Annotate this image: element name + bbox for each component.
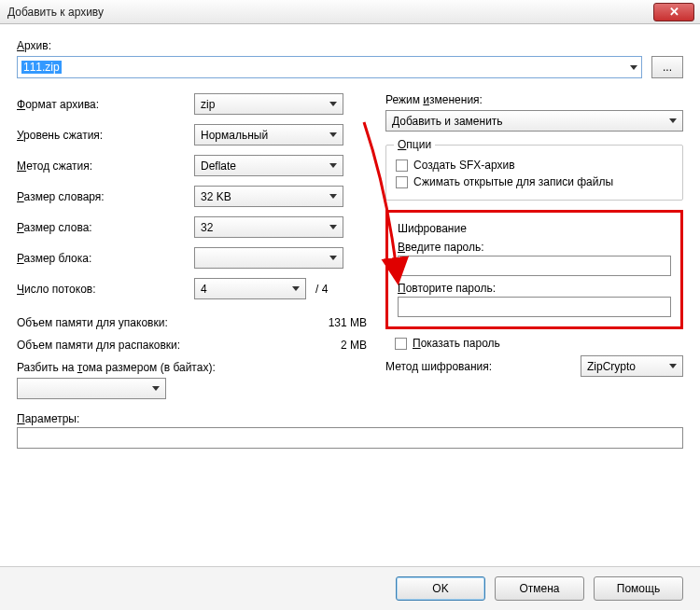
browse-button[interactable]: ...: [651, 56, 683, 78]
compress-open-label: Сжимать открытые для записи файлы: [413, 175, 613, 188]
word-combo[interactable]: 32: [194, 216, 343, 238]
button-bar: OK Отмена Помощь: [0, 566, 700, 610]
params-input[interactable]: [17, 427, 683, 449]
sfx-label: Создать SFX-архив: [413, 159, 515, 172]
chevron-down-icon: [329, 194, 337, 199]
chevron-down-icon: [152, 386, 160, 391]
checkbox-icon: [395, 338, 407, 350]
mode-combo[interactable]: Добавить и заменить: [385, 110, 683, 132]
chevron-down-icon: [329, 225, 337, 229]
level-label: Уровень сжатия:: [17, 129, 194, 142]
chevron-down-icon: [329, 102, 337, 106]
help-button[interactable]: Помощь: [594, 576, 683, 601]
enter-password-label: Введите пароль:: [398, 241, 671, 254]
show-password-checkbox[interactable]: Показать пароль: [395, 337, 683, 350]
mode-label: Режим изменения:: [385, 93, 683, 106]
mem-pack-value: 131 MB: [315, 316, 367, 329]
dialog-body: Архив: 111.zip ... Формат архива: zip Ур…: [0, 24, 700, 460]
archive-path-value: 111.zip: [21, 61, 62, 74]
compress-open-checkbox[interactable]: Сжимать открытые для записи файлы: [396, 175, 673, 188]
format-combo[interactable]: zip: [194, 93, 343, 115]
chevron-down-icon: [329, 163, 337, 168]
encryption-legend: Шифрование: [398, 222, 671, 235]
options-group: Опции Создать SFX-архив Сжимать открытые…: [385, 145, 683, 201]
threads-label: Число потоков:: [17, 283, 194, 296]
enc-method-combo[interactable]: ZipCrypto: [581, 355, 683, 377]
titlebar: Добавить к архиву ✕: [0, 0, 700, 24]
archive-label: Архив:: [17, 39, 194, 52]
ok-button[interactable]: OK: [396, 576, 485, 601]
options-legend: Опции: [394, 138, 435, 151]
checkbox-icon: [396, 159, 408, 172]
threads-combo[interactable]: 4: [194, 278, 306, 299]
mem-unpack-value: 2 MB: [315, 339, 367, 352]
cancel-button[interactable]: Отмена: [495, 576, 584, 601]
password-input[interactable]: [398, 256, 671, 276]
format-label: Формат архива:: [17, 98, 194, 111]
threads-max: / 4: [315, 283, 328, 296]
dict-combo[interactable]: 32 KB: [194, 186, 343, 207]
chevron-down-icon: [329, 256, 337, 260]
left-column: Формат архива: zip Уровень сжатия: Норма…: [17, 93, 367, 399]
password-repeat-input[interactable]: [398, 297, 671, 317]
params-label: Параметры:: [17, 412, 683, 425]
close-button[interactable]: ✕: [653, 3, 694, 21]
method-label: Метод сжатия:: [17, 159, 194, 173]
mem-pack-label: Объем памяти для упаковки:: [17, 316, 315, 329]
chevron-down-icon: [329, 132, 337, 137]
repeat-password-label: Повторите пароль:: [398, 282, 671, 295]
window-title: Добавить к архиву: [7, 6, 653, 19]
chevron-down-icon: [292, 286, 300, 291]
checkbox-icon: [396, 176, 408, 188]
sfx-checkbox[interactable]: Создать SFX-архив: [396, 159, 673, 172]
enc-method-label: Метод шифрования:: [385, 360, 581, 373]
block-label: Размер блока:: [17, 252, 194, 265]
chevron-down-icon: [669, 118, 677, 123]
mem-unpack-label: Объем памяти для распаковки:: [17, 339, 315, 352]
encryption-group: Шифрование Введите пароль: Повторите пар…: [385, 210, 683, 329]
block-combo[interactable]: [194, 247, 343, 269]
word-label: Размер слова:: [17, 221, 194, 234]
level-combo[interactable]: Нормальный: [194, 124, 343, 146]
chevron-down-icon: [669, 364, 677, 368]
right-column: Режим изменения: Добавить и заменить Опц…: [385, 93, 683, 399]
method-combo[interactable]: Deflate: [194, 155, 343, 176]
split-combo[interactable]: [17, 378, 166, 399]
split-label: Разбить на тома размером (в байтах):: [17, 361, 367, 374]
show-password-label: Показать пароль: [413, 337, 500, 350]
chevron-down-icon: [630, 65, 637, 70]
dict-label: Размер словаря:: [17, 190, 194, 203]
archive-path-combo[interactable]: 111.zip: [17, 56, 642, 78]
